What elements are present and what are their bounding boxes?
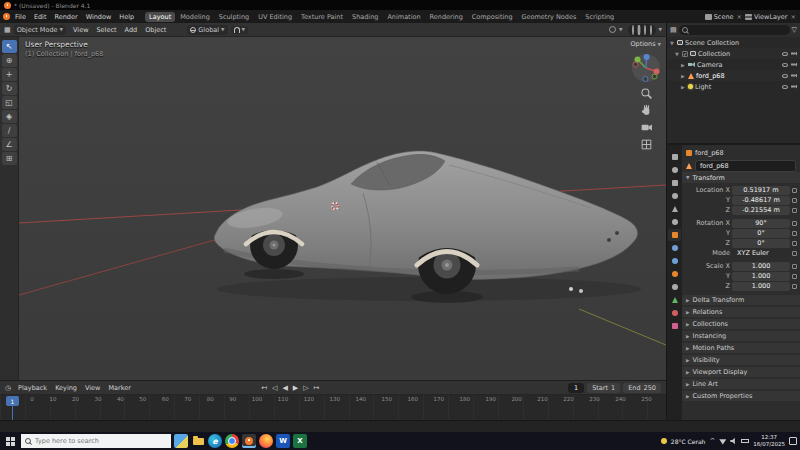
viewport-canvas[interactable] bbox=[19, 37, 666, 380]
transform-value-field[interactable]: -0.21554 m bbox=[732, 206, 790, 215]
notification-center-icon[interactable] bbox=[789, 437, 797, 445]
lock-icon[interactable] bbox=[792, 274, 797, 279]
properties-tab-modifiers[interactable] bbox=[668, 242, 681, 254]
outliner-row-collection[interactable]: ▼ ✓ Collection bbox=[667, 48, 800, 59]
proportional-editing-icon[interactable] bbox=[609, 26, 616, 33]
panel-header[interactable]: ▶ Delta Transform bbox=[682, 295, 800, 305]
outliner-row-camera[interactable]: ▶ Camera bbox=[667, 59, 800, 70]
rotate-tool[interactable]: ↻ bbox=[2, 82, 17, 95]
mode-selector[interactable]: Object Mode ▼ bbox=[14, 25, 66, 35]
properties-tab-object-data[interactable] bbox=[668, 294, 681, 306]
transform-value-field[interactable]: 1.000 bbox=[732, 272, 790, 281]
viewport-menu-item[interactable]: Add bbox=[121, 25, 142, 35]
previous-keyframe-button[interactable]: ◁ bbox=[271, 384, 278, 392]
shading-rendered-button[interactable] bbox=[649, 25, 653, 35]
jump-to-end-button[interactable]: ↦ bbox=[313, 384, 321, 392]
properties-tab-tool[interactable] bbox=[668, 151, 681, 163]
edge-browser-icon[interactable]: e bbox=[208, 434, 222, 448]
playhead[interactable]: 1 bbox=[6, 396, 19, 406]
menu-item[interactable]: File bbox=[11, 12, 30, 22]
hide-in-viewport-toggle[interactable] bbox=[782, 74, 788, 78]
transform-value-field[interactable]: XYZ Euler bbox=[732, 249, 790, 258]
object-name-field[interactable]: ford_p68 bbox=[695, 160, 796, 172]
panel-header[interactable]: ▶ Instancing bbox=[682, 331, 800, 341]
timeline-menu-item[interactable]: Marker bbox=[104, 383, 134, 393]
expand-arrow-icon[interactable]: ▼ bbox=[675, 51, 680, 57]
tab-modeling[interactable]: Modeling bbox=[176, 12, 214, 22]
file-explorer-icon[interactable] bbox=[191, 434, 205, 448]
tab-uv-editing[interactable]: UV Editing bbox=[254, 12, 296, 22]
search-input[interactable] bbox=[35, 437, 167, 445]
tab-compositing[interactable]: Compositing bbox=[468, 12, 517, 22]
transform-value-field[interactable]: 0° bbox=[732, 239, 790, 248]
tab-layout[interactable]: Layout bbox=[145, 12, 175, 22]
jump-to-start-button[interactable]: ↤ bbox=[260, 384, 268, 392]
tab-texture-paint[interactable]: Texture Paint bbox=[297, 12, 347, 22]
outliner-row-ford-p68[interactable]: ▶ ford_p68 bbox=[667, 70, 800, 81]
lock-icon[interactable] bbox=[792, 188, 797, 193]
timeline-ruler[interactable]: 0102030405060708090100110120130140150160… bbox=[0, 395, 666, 420]
outliner-search[interactable] bbox=[679, 25, 790, 35]
collection-checkbox[interactable]: ✓ bbox=[682, 51, 688, 57]
navigation-gizmo[interactable] bbox=[631, 53, 661, 83]
transform-value-field[interactable]: 1.000 bbox=[732, 262, 790, 271]
panel-header[interactable]: ▶ Motion Paths bbox=[682, 343, 800, 353]
disable-in-render-toggle[interactable] bbox=[791, 74, 797, 78]
end-frame-field[interactable]: End 250 bbox=[623, 383, 661, 393]
volume-icon[interactable] bbox=[730, 438, 737, 445]
lock-icon[interactable] bbox=[792, 231, 797, 236]
viewport-menu-item[interactable]: Object bbox=[141, 25, 170, 35]
play-reverse-button[interactable]: ◀ bbox=[281, 384, 288, 392]
view-layer-unlink-button[interactable]: × bbox=[790, 13, 797, 21]
hide-in-viewport-toggle[interactable] bbox=[782, 63, 788, 67]
scale-tool[interactable]: ◱ bbox=[2, 96, 17, 109]
scene-unlink-button[interactable]: × bbox=[736, 13, 743, 21]
timeline-editor-icon[interactable]: ◷ bbox=[5, 384, 11, 392]
hide-in-viewport-toggle[interactable] bbox=[782, 52, 788, 56]
shading-wireframe-button[interactable] bbox=[631, 25, 635, 35]
current-frame-field[interactable]: 1 bbox=[568, 383, 584, 393]
menu-item[interactable]: Edit bbox=[30, 12, 51, 22]
properties-tab-constraints[interactable] bbox=[668, 281, 681, 293]
next-keyframe-button[interactable]: ▷ bbox=[302, 384, 309, 392]
lock-icon[interactable] bbox=[792, 221, 797, 226]
start-frame-field[interactable]: Start 1 bbox=[587, 383, 620, 393]
camera-view-icon[interactable] bbox=[640, 121, 653, 134]
lock-icon[interactable] bbox=[792, 251, 797, 256]
add-cube-tool[interactable]: ⊞ bbox=[2, 152, 17, 165]
scene-selector[interactable]: Scene bbox=[714, 13, 734, 21]
transform-value-field[interactable]: -0.48617 m bbox=[732, 196, 790, 205]
menu-item[interactable]: Help bbox=[115, 12, 138, 22]
transform-section-header[interactable]: ▼ Transform bbox=[682, 172, 800, 183]
options-dropdown[interactable]: Options ▼ bbox=[630, 40, 661, 48]
shading-material-button[interactable] bbox=[643, 25, 647, 35]
viewport-3d[interactable]: User Perspective (1) Collection | ford_p… bbox=[19, 37, 666, 380]
play-button[interactable]: ▶ bbox=[292, 384, 299, 392]
annotate-tool[interactable]: ∕ bbox=[2, 124, 17, 137]
panel-header[interactable]: ▶ Collections bbox=[682, 319, 800, 329]
expand-arrow-icon[interactable]: ▶ bbox=[681, 73, 686, 79]
disable-in-render-toggle[interactable] bbox=[791, 85, 797, 89]
wifi-icon[interactable] bbox=[719, 438, 726, 445]
properties-tab-render[interactable] bbox=[668, 164, 681, 176]
viewport-menu-item[interactable]: Select bbox=[92, 25, 120, 35]
menu-item[interactable]: Render bbox=[50, 12, 81, 22]
tab-animation[interactable]: Animation bbox=[383, 12, 424, 22]
filter-icon[interactable]: ▽ bbox=[792, 26, 797, 34]
snap-controls[interactable]: ▼ bbox=[231, 26, 248, 34]
cursor-tool[interactable]: ⊕ bbox=[2, 54, 17, 67]
disable-in-render-toggle[interactable] bbox=[791, 52, 797, 56]
orientation-selector[interactable]: Global ▼ bbox=[187, 25, 227, 35]
shading-solid-button[interactable] bbox=[637, 25, 641, 35]
properties-tab-view-layer[interactable] bbox=[668, 190, 681, 202]
taskbar-search[interactable] bbox=[21, 434, 171, 448]
properties-tab-particles[interactable] bbox=[668, 255, 681, 267]
viewport-menu-item[interactable]: View bbox=[69, 25, 92, 35]
properties-tab-object[interactable] bbox=[668, 229, 681, 241]
panel-header[interactable]: ▶ Custom Properties bbox=[682, 391, 800, 401]
transform-value-field[interactable]: 0.51917 m bbox=[732, 186, 790, 195]
properties-tab-material[interactable] bbox=[668, 307, 681, 319]
blender-menu-icon[interactable] bbox=[3, 13, 10, 20]
move-tool[interactable]: + bbox=[2, 68, 17, 81]
panel-header[interactable]: ▶ Visibility bbox=[682, 355, 800, 365]
